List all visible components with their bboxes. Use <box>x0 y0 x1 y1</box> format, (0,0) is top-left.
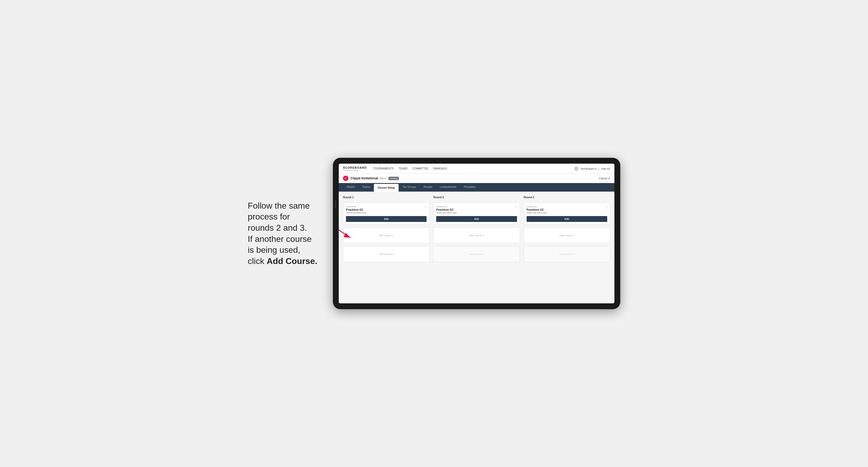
round-1-add-course-1-plus: + <box>392 234 394 237</box>
round-2-add-course-1[interactable]: Add Course + <box>433 227 520 244</box>
round-3-course-card: (Course A) Peachtree GC Yellow (M) (6629… <box>524 203 610 225</box>
round-1-add-course-2[interactable]: Add Course + <box>343 246 430 262</box>
instruction-bold: Add Course. <box>267 256 317 266</box>
instruction-line5: is being used, <box>248 245 300 255</box>
tab-course-setup[interactable]: Course Setup <box>374 184 399 192</box>
round-3-delete-icon[interactable]: □ <box>606 206 607 209</box>
round-3-add-course-2: Add Course + <box>524 246 610 262</box>
round-2-course-card: (Course A) Peachtree GC Yellow (M) (6629… <box>433 203 520 225</box>
tablet-frame: SCOREBOARD Powered by clippd TOURNAMENTS… <box>333 158 620 309</box>
nav-separator: | <box>599 167 599 170</box>
round-2-course-info: (Course A) Peachtree GC Yellow (M) (6629… <box>436 206 457 216</box>
nav-tournaments[interactable]: TOURNAMENTS <box>373 167 394 170</box>
round-3-label: Round 3 <box>524 196 610 199</box>
round-1-course-info: (Course A) Peachtree GC Yellow (M) (6629… <box>346 206 366 216</box>
instruction-line6: click <box>248 256 267 266</box>
tourney-type: (Men) <box>379 177 386 180</box>
rounds-grid: Round 1 (Course A) Peachtree GC Yellow (… <box>343 196 610 262</box>
sub-header: C Clippd Invitational (Men) Hosting Canc… <box>339 174 614 183</box>
tab-leaderboards[interactable]: Leaderboards <box>436 183 460 192</box>
round-1-add-course-2-label: Add Course <box>379 253 392 255</box>
round-2-add-course-2-label: Add Course <box>469 253 482 255</box>
round-3-add-course-2-plus: + <box>572 252 574 256</box>
round-2-add-course-1-plus: + <box>483 234 484 237</box>
round-2-column: Round 2 (Course A) Peachtree GC Yellow (… <box>433 196 520 262</box>
round-1-add-course-1-label: Add Course <box>379 234 392 237</box>
round-1-label: Round 1 <box>343 196 430 199</box>
round-2-course-tag: (Course A) <box>436 206 457 208</box>
hosting-badge: Hosting <box>389 177 399 180</box>
side-button <box>335 200 336 208</box>
round-1-course-name: Peachtree GC <box>346 208 366 211</box>
tab-printables[interactable]: Printables <box>460 183 479 192</box>
tab-teams[interactable]: Teams <box>359 183 374 192</box>
round-3-course-tag: (Course A) <box>527 206 547 208</box>
round-1-course-tag: (Course A) <box>346 206 366 208</box>
round-3-column: Round 3 (Course A) Peachtree GC Yellow (… <box>524 196 610 262</box>
round-1-add-course-2-plus: + <box>392 252 394 256</box>
logo-area: SCOREBOARD Powered by clippd <box>343 166 367 171</box>
tab-bar: Details Teams Course Setup Tee Groups Re… <box>339 183 614 192</box>
tab-tee-groups[interactable]: Tee Groups <box>399 183 420 192</box>
instruction-line2: process for <box>248 212 290 221</box>
round-3-add-course-1[interactable]: Add Course + <box>524 227 610 244</box>
page-wrapper: Follow the same process for rounds 2 and… <box>248 158 620 309</box>
logo-sub: Powered by clippd <box>343 169 367 171</box>
round-1-course-detail: Yellow (M) (6629 yds) <box>346 212 366 214</box>
round-3-course-name: Peachtree GC <box>527 208 547 211</box>
logo-scoreboard: SCOREBOARD <box>343 166 367 169</box>
tablet-screen: SCOREBOARD Powered by clippd TOURNAMENTS… <box>339 164 614 303</box>
round-3-add-course-2-label: Add Course <box>559 253 572 255</box>
round-1-add-course-wrapper: Add Course + <box>343 227 430 244</box>
cancel-icon: ✕ <box>608 177 610 180</box>
main-content: Round 1 (Course A) Peachtree GC Yellow (… <box>339 192 614 303</box>
round-2-add-course-2: Add Course + <box>433 246 520 262</box>
round-2-delete-icon[interactable]: □ <box>515 206 517 209</box>
nav-teams[interactable]: TEAMS <box>399 167 408 170</box>
round-1-add-course-1[interactable]: Add Course + <box>343 227 430 244</box>
nav-right: blair@clippd.io | Sign out <box>574 166 610 171</box>
round-3-course-info: (Course A) Peachtree GC Yellow (M) (6629… <box>527 206 547 216</box>
tab-results[interactable]: Results <box>420 183 436 192</box>
instruction-line4: If another course <box>248 234 312 244</box>
round-1-course-card: (Course A) Peachtree GC Yellow (M) (6629… <box>343 203 430 225</box>
round-3-add-course-1-plus: + <box>572 234 574 237</box>
round-2-add-course-2-plus: + <box>483 252 484 256</box>
round-2-course-name: Peachtree GC <box>436 208 457 211</box>
tab-details[interactable]: Details <box>343 183 359 192</box>
round-2-label: Round 2 <box>433 196 520 199</box>
round-1-delete-icon[interactable]: □ <box>425 206 427 209</box>
nav-links: TOURNAMENTS TEAMS COMMITTEE RANKINGS <box>373 167 574 170</box>
round-3-add-course-1-label: Add Course <box>559 234 572 237</box>
round-1-edit-button[interactable]: Edit <box>346 216 427 222</box>
round-1-column: Round 1 (Course A) Peachtree GC Yellow (… <box>343 196 430 262</box>
instruction-text: Follow the same process for rounds 2 and… <box>248 200 322 267</box>
round-2-add-course-1-label: Add Course <box>469 234 482 237</box>
nav-committee[interactable]: COMMITTEE <box>412 167 428 170</box>
round-2-course-detail: Yellow (M) (6629 yds) <box>436 212 457 214</box>
tourney-logo: C <box>343 176 348 181</box>
round-3-course-detail: Yellow (M) (6629 yds) <box>527 212 547 214</box>
top-nav: SCOREBOARD Powered by clippd TOURNAMENTS… <box>339 164 614 174</box>
cancel-label: Cancel <box>599 177 607 180</box>
cancel-button[interactable]: Cancel ✕ <box>599 177 610 180</box>
user-email: blair@clippd.io <box>581 167 596 170</box>
sign-out-link[interactable]: Sign out <box>601 167 610 170</box>
instruction-line1: Follow the same <box>248 201 310 211</box>
user-avatar <box>574 166 579 171</box>
instruction-line3: rounds 2 and 3. <box>248 223 307 232</box>
round-2-edit-button[interactable]: Edit <box>436 216 517 222</box>
nav-rankings[interactable]: RANKINGS <box>433 167 447 170</box>
round-3-edit-button[interactable]: Edit <box>527 216 607 222</box>
tourney-name: Clippd Invitational <box>350 177 378 180</box>
